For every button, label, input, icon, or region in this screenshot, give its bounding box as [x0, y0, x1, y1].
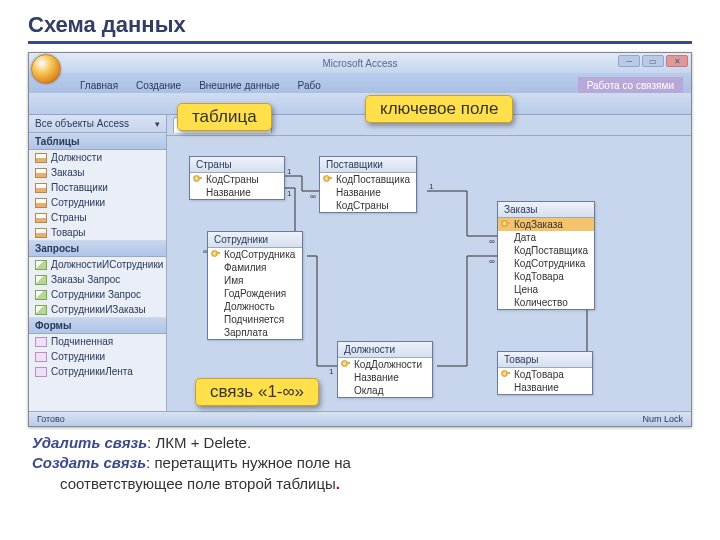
table-icon [35, 183, 47, 193]
app-title: Microsoft Access [322, 58, 397, 69]
status-right: Num Lock [642, 414, 683, 424]
table-window-products[interactable]: Товары КодТовара Название [497, 351, 593, 395]
table-header[interactable]: Заказы [498, 202, 594, 218]
field-row[interactable]: Дата [498, 231, 594, 244]
access-window: Microsoft Access ─ ▭ ✕ Главная Создание … [28, 52, 692, 427]
footer-bold-2: Создать связь [32, 454, 146, 471]
tab-create[interactable]: Создание [127, 77, 190, 93]
key-icon [193, 175, 202, 184]
field-row[interactable]: Название [190, 186, 284, 199]
window-titlebar: Microsoft Access ─ ▭ ✕ [29, 53, 691, 73]
table-header[interactable]: Поставщики [320, 157, 416, 173]
nav-item-query[interactable]: Сотрудники Запрос [29, 287, 166, 302]
field-row[interactable]: КодПоставщика [320, 173, 416, 186]
field-row[interactable]: КодПоставщика [498, 244, 594, 257]
table-window-positions[interactable]: Должности КодДолжности Название Оклад [337, 341, 433, 398]
tab-home[interactable]: Главная [71, 77, 127, 93]
field-row[interactable]: Зарплата [208, 326, 302, 339]
ribbon-body [29, 93, 691, 115]
tab-external[interactable]: Внешние данные [190, 77, 288, 93]
nav-section-forms[interactable]: Формы [29, 317, 166, 334]
field-row[interactable]: Название [338, 371, 432, 384]
field-row[interactable]: Подчиняется [208, 313, 302, 326]
query-icon [35, 275, 47, 285]
nav-section-tables[interactable]: Таблицы [29, 133, 166, 150]
nav-header[interactable]: Все объекты Access ▾ [29, 115, 166, 133]
relationships-canvas[interactable]: ⚞ Схема данных 1∞ [167, 115, 691, 411]
svg-text:∞: ∞ [489, 257, 495, 266]
svg-text:∞: ∞ [310, 192, 316, 201]
field-row[interactable]: Должность [208, 300, 302, 313]
nav-item-query[interactable]: Заказы Запрос [29, 272, 166, 287]
table-header[interactable]: Должности [338, 342, 432, 358]
key-icon [211, 250, 220, 259]
tab-relationships[interactable]: Работа со связями [578, 77, 683, 93]
nav-item-table[interactable]: Товары [29, 225, 166, 240]
slide-title: Схема данных [28, 12, 692, 38]
table-header[interactable]: Сотрудники [208, 232, 302, 248]
key-icon [323, 175, 332, 184]
svg-text:1: 1 [329, 367, 334, 376]
svg-text:1: 1 [429, 182, 434, 191]
nav-item-query[interactable]: ДолжностиИСотрудники [29, 257, 166, 272]
title-rule [28, 41, 692, 44]
field-row[interactable]: ГодРождения [208, 287, 302, 300]
nav-item-table[interactable]: Сотрудники [29, 195, 166, 210]
field-row[interactable]: Цена [498, 283, 594, 296]
minimize-button[interactable]: ─ [618, 55, 640, 67]
tab-dbtools[interactable]: Рабо [289, 77, 330, 93]
footer-text-2: : перетащить нужное поле на [146, 454, 351, 471]
field-row[interactable]: Количество [498, 296, 594, 309]
field-row[interactable]: КодТовара [498, 270, 594, 283]
table-icon [35, 168, 47, 178]
table-window-suppliers[interactable]: Поставщики КодПоставщика Название КодСтр… [319, 156, 417, 213]
nav-item-table[interactable]: Поставщики [29, 180, 166, 195]
canvas-body[interactable]: 1∞ 1∞ 1∞ 1∞ 1∞ Страны КодСтраны Название [167, 135, 691, 411]
footer-text-1: : ЛКМ + Delete. [147, 434, 251, 451]
footer-text-3: соответствующее поле второй таблицы [60, 475, 336, 492]
field-row[interactable]: Имя [208, 274, 302, 287]
close-button[interactable]: ✕ [666, 55, 688, 67]
field-row[interactable]: Фамилия [208, 261, 302, 274]
nav-item-table[interactable]: Заказы [29, 165, 166, 180]
field-row[interactable]: Оклад [338, 384, 432, 397]
table-icon [35, 213, 47, 223]
table-header[interactable]: Страны [190, 157, 284, 173]
svg-text:∞: ∞ [489, 237, 495, 246]
key-icon [501, 220, 510, 229]
field-row[interactable]: КодСотрудника [498, 257, 594, 270]
nav-item-query[interactable]: СотрудникиИЗаказы [29, 302, 166, 317]
nav-item-form[interactable]: СотрудникиЛента [29, 364, 166, 379]
nav-section-queries[interactable]: Запросы [29, 240, 166, 257]
field-row[interactable]: КодДолжности [338, 358, 432, 371]
field-row[interactable]: КодЗаказа [498, 218, 594, 231]
field-row[interactable]: Название [320, 186, 416, 199]
query-icon [35, 260, 47, 270]
table-icon [35, 228, 47, 238]
navigation-pane[interactable]: Все объекты Access ▾ Таблицы Должности З… [29, 115, 167, 411]
office-orb-button[interactable] [31, 54, 61, 84]
maximize-button[interactable]: ▭ [642, 55, 664, 67]
nav-item-form[interactable]: Подчиненная [29, 334, 166, 349]
query-icon [35, 305, 47, 315]
field-row[interactable]: КодСотрудника [208, 248, 302, 261]
red-dot: . [336, 475, 340, 492]
key-icon [501, 370, 510, 379]
status-bar: Готово Num Lock [29, 411, 691, 426]
nav-item-table[interactable]: Страны [29, 210, 166, 225]
table-icon [35, 153, 47, 163]
form-icon [35, 367, 47, 377]
footer-bold-1: Удалить связь [32, 434, 147, 451]
field-row[interactable]: Название [498, 381, 592, 394]
table-window-employees[interactable]: Сотрудники КодСотрудника Фамилия Имя Год… [207, 231, 303, 340]
field-row[interactable]: КодТовара [498, 368, 592, 381]
table-window-countries[interactable]: Страны КодСтраны Название [189, 156, 285, 200]
ribbon-tabs: Главная Создание Внешние данные Рабо Раб… [29, 73, 691, 93]
nav-header-label: Все объекты Access [35, 118, 129, 129]
table-window-orders[interactable]: Заказы КодЗаказа Дата КодПоставщика КодС… [497, 201, 595, 310]
table-header[interactable]: Товары [498, 352, 592, 368]
field-row[interactable]: КодСтраны [320, 199, 416, 212]
nav-item-form[interactable]: Сотрудники [29, 349, 166, 364]
nav-item-table[interactable]: Должности [29, 150, 166, 165]
field-row[interactable]: КодСтраны [190, 173, 284, 186]
